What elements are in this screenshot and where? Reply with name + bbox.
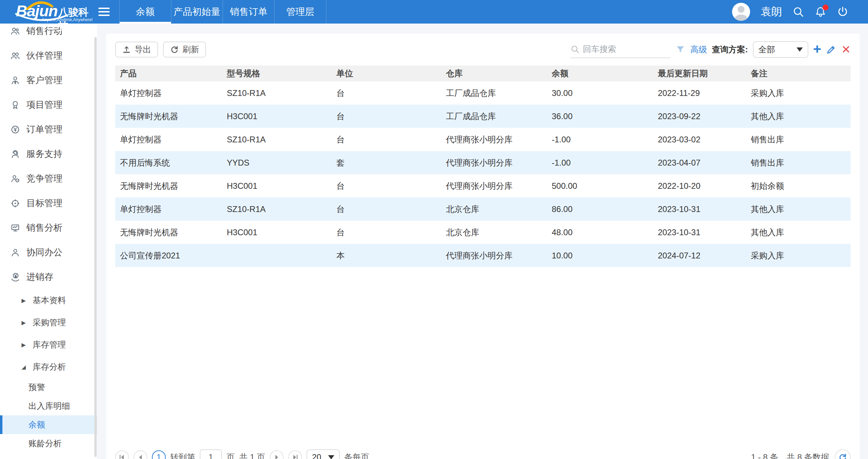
sidebar-menu: 销售行动伙伴管理客户管理项目管理订单管理服务支持VS竞争管理目标管理销售分析协同… xyxy=(0,24,97,453)
sidebar-leaf-label: 出入库明细 xyxy=(28,400,70,412)
sidebar-subitem[interactable]: ▶库存管理 xyxy=(0,334,97,356)
page-size-select[interactable]: 20 xyxy=(307,449,340,459)
nav-tab[interactable]: 销售订单 xyxy=(223,0,274,24)
search-icon[interactable] xyxy=(792,6,804,18)
toolbar: 导出 刷新 高级 查询方案: 全部 + ✕ xyxy=(115,34,851,65)
sidebar-item[interactable]: 协同办公 xyxy=(0,240,97,265)
table-row[interactable]: 无悔牌时光机器H3C001台代理商张小明分库500.002022-10-20初始… xyxy=(115,174,851,197)
project-medal-icon xyxy=(10,99,21,111)
sidebar-item[interactable]: 目标管理 xyxy=(0,191,97,215)
bell-icon[interactable] xyxy=(815,6,826,18)
table-cell: H3C001 xyxy=(222,221,332,244)
table-cell: 台 xyxy=(332,221,441,244)
sidebar-item-label: 订单管理 xyxy=(26,123,62,135)
table-row[interactable]: 单灯控制器SZ10-R1A台北京仓库86.002023-10-31其他入库 xyxy=(115,197,851,221)
column-header[interactable]: 单位 xyxy=(332,65,441,81)
sidebar-item-label: 竞争管理 xyxy=(26,173,62,185)
sidebar-leaf-label: 账龄分析 xyxy=(28,438,62,449)
column-header[interactable]: 最后更新日期 xyxy=(653,65,746,81)
last-page-button[interactable] xyxy=(288,450,302,459)
main-content: 导出 刷新 高级 查询方案: 全部 + ✕ xyxy=(97,24,868,459)
table-header: 产品型号规格单位仓库余额最后更新日期备注 xyxy=(115,65,851,81)
sidebar-subitem[interactable]: ▶采购管理 xyxy=(0,311,97,334)
table-cell: 其他入库 xyxy=(746,105,851,128)
delete-scheme-icon[interactable]: ✕ xyxy=(841,44,851,55)
sidebar-leaf-item[interactable]: 出入库明细 xyxy=(0,397,97,415)
edit-scheme-icon[interactable] xyxy=(826,44,836,55)
query-scheme-value: 全部 xyxy=(758,44,775,55)
sidebar-item[interactable]: 客户管理 xyxy=(0,68,97,92)
tree-collapsed-icon: ▶ xyxy=(22,297,29,304)
table-cell: 无悔牌时光机器 xyxy=(115,174,222,197)
table-cell: 不用后悔系统 xyxy=(115,151,222,174)
table-row[interactable]: 不用后悔系统YYDS套代理商张小明分库-1.002023-04-07销售出库 xyxy=(115,151,851,174)
user-name[interactable]: 袁朗 xyxy=(760,5,782,19)
sidebar-item[interactable]: 订单管理 xyxy=(0,117,97,142)
table-row[interactable]: 单灯控制器SZ10-R1A台代理商张小明分库-1.002023-03-02销售出… xyxy=(115,128,851,151)
table-cell: H3C001 xyxy=(222,105,332,128)
sidebar-scrollbar[interactable] xyxy=(94,37,97,457)
sidebar-subitem[interactable]: ◢库存分析 xyxy=(0,356,97,378)
export-label: 导出 xyxy=(135,44,151,55)
sidebar-item[interactable]: 进销存 xyxy=(0,265,97,289)
notification-badge xyxy=(823,5,828,10)
table-row[interactable]: 无悔牌时光机器H3C001台北京仓库48.002023-10-31其他入库 xyxy=(115,221,851,244)
prev-page-button[interactable] xyxy=(134,450,147,459)
sidebar-item[interactable]: 伙伴管理 xyxy=(0,43,97,68)
power-icon[interactable] xyxy=(837,6,849,18)
add-scheme-icon[interactable]: + xyxy=(813,42,821,56)
query-scheme-select[interactable]: 全部 xyxy=(753,41,808,58)
column-header[interactable]: 型号规格 xyxy=(222,65,332,81)
tree-collapsed-icon: ▶ xyxy=(22,342,29,348)
brand-logo[interactable]: Bajun 八骏科技 Anyone,Anytime,Anywhere! xyxy=(0,0,93,24)
sidebar-leaf-item[interactable]: 余额 xyxy=(0,415,97,434)
table-cell: 本 xyxy=(332,244,441,267)
sidebar-item[interactable]: VS竞争管理 xyxy=(0,166,97,191)
reload-data-icon[interactable] xyxy=(835,449,851,459)
tree-expanded-icon: ◢ xyxy=(22,364,29,370)
sidebar-leaf-item[interactable]: 账龄分析 xyxy=(0,434,97,453)
table-cell: SZ10-R1A xyxy=(222,81,332,105)
table-cell: YYDS xyxy=(222,151,332,174)
goto-page-input[interactable] xyxy=(200,449,222,459)
office-person-icon xyxy=(10,247,21,258)
nav-tab[interactable]: 产品初始量 xyxy=(171,0,223,24)
search-input[interactable] xyxy=(582,44,670,54)
page-size-value: 20 xyxy=(312,452,321,459)
nav-tab[interactable]: 管理层 xyxy=(274,0,326,24)
sidebar-item[interactable]: 项目管理 xyxy=(0,92,97,117)
current-page-button[interactable]: 1 xyxy=(152,450,166,459)
filter-funnel-icon[interactable] xyxy=(675,44,686,55)
table-cell: 代理商张小明分库 xyxy=(441,128,547,151)
brand-tagline: Anyone,Anytime,Anywhere! xyxy=(42,17,93,22)
table-cell: 2023-10-31 xyxy=(653,221,746,244)
table-row[interactable]: 无悔牌时光机器H3C001台工厂成品仓库36.002023-09-22其他入库 xyxy=(115,105,851,128)
first-page-button[interactable] xyxy=(115,450,129,459)
table-body: 单灯控制器SZ10-R1A台工厂成品仓库30.002022-11-29采购入库无… xyxy=(115,81,851,267)
table-row[interactable]: 单灯控制器SZ10-R1A台工厂成品仓库30.002022-11-29采购入库 xyxy=(115,81,851,105)
next-page-button[interactable] xyxy=(270,450,284,459)
sidebar-item[interactable]: 销售分析 xyxy=(0,215,97,240)
table-cell: 2023-09-22 xyxy=(653,105,746,128)
table-row[interactable]: 公司宣传册2021本代理商张小明分库10.002024-07-12采购入库 xyxy=(115,244,851,267)
avatar[interactable] xyxy=(732,3,750,21)
column-header[interactable]: 余额 xyxy=(547,65,653,81)
export-button[interactable]: 导出 xyxy=(115,42,158,58)
advanced-search-link[interactable]: 高级 xyxy=(690,44,707,55)
sidebar-item-label: 协同办公 xyxy=(26,246,62,258)
sales-action-icon xyxy=(10,26,21,37)
sidebar-leaf-label: 预警 xyxy=(28,382,45,393)
sidebar-item[interactable]: 服务支持 xyxy=(0,142,97,166)
column-header[interactable]: 产品 xyxy=(115,65,222,81)
table-cell: 单灯控制器 xyxy=(115,81,222,105)
sidebar-subitem[interactable]: ▶基本资料 xyxy=(0,289,97,311)
hamburger-menu-icon[interactable] xyxy=(93,0,115,24)
search-box xyxy=(570,41,670,58)
refresh-button[interactable]: 刷新 xyxy=(163,42,206,58)
pagination-bar: 1 转到第 页 共 1 页 20 条每页 1 - 8 条，共 8 条数据 xyxy=(115,447,851,459)
column-header[interactable]: 备注 xyxy=(746,65,851,81)
table-cell: 其他入库 xyxy=(746,221,851,244)
sidebar-leaf-item[interactable]: 预警 xyxy=(0,378,97,397)
column-header[interactable]: 仓库 xyxy=(441,65,547,81)
nav-tab[interactable]: 余额 xyxy=(119,0,171,24)
